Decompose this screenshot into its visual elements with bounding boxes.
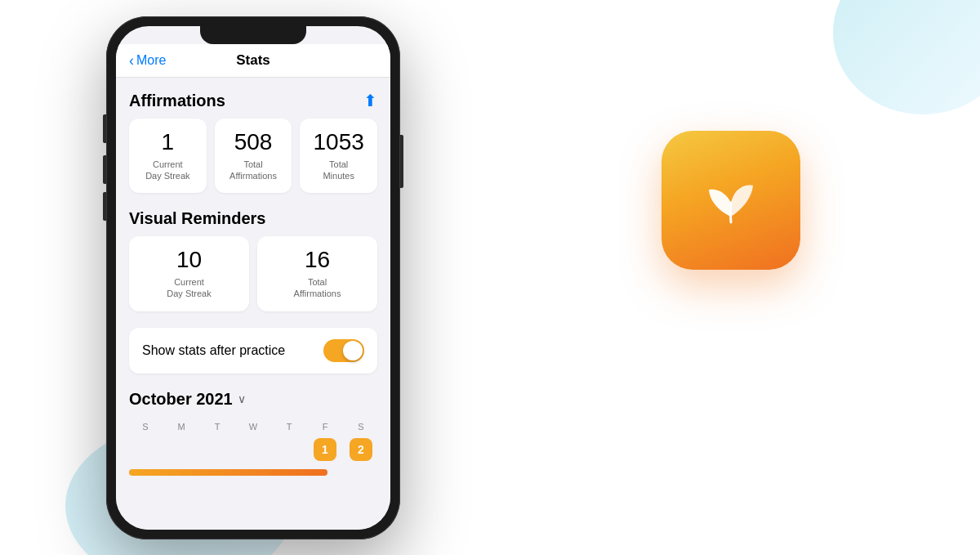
day-header-t2: T	[273, 418, 305, 435]
day-cell-empty-5	[278, 438, 301, 461]
minutes-number: 1053	[308, 130, 369, 155]
stat-card-minutes: 1053 TotalMinutes	[300, 119, 377, 193]
scroll-area[interactable]: Affirmations ⬆ 1 CurrentDay Streak 508 T…	[116, 78, 390, 522]
vr-streak-label: CurrentDay Streak	[137, 276, 241, 300]
share-icon[interactable]: ⬆	[363, 91, 377, 110]
calendar-header[interactable]: October 2021 ∨	[129, 390, 377, 409]
day-cell-1[interactable]: 1	[314, 438, 336, 461]
stat-card-total-affirmations: 508 TotalAffirmations	[215, 119, 292, 193]
app-icon	[662, 131, 800, 270]
vr-total-label: TotalAffirmations	[265, 276, 369, 300]
back-chevron-icon: ‹	[129, 53, 134, 68]
day-header-s2: S	[345, 418, 377, 435]
day-cell-2[interactable]: 2	[350, 438, 372, 461]
toggle-row[interactable]: Show stats after practice	[129, 328, 377, 374]
total-affirmations-number: 508	[223, 130, 284, 155]
calendar-grid: S M T W T F S 1 2	[129, 418, 377, 461]
calendar-chevron-icon[interactable]: ∨	[238, 392, 246, 405]
visual-reminders-section-header: Visual Reminders	[129, 209, 377, 228]
day-cell-empty-4	[242, 438, 265, 461]
day-cell-empty-1	[134, 438, 157, 461]
toggle-switch[interactable]	[323, 339, 364, 362]
streak-label: CurrentDay Streak	[137, 159, 198, 182]
calendar-month-label: October 2021	[129, 390, 233, 409]
day-cell-empty-2	[170, 438, 193, 461]
visual-reminders-stats-grid: 10 CurrentDay Streak 16 TotalAffirmation…	[129, 236, 377, 311]
toggle-label: Show stats after practice	[142, 343, 285, 358]
phone-notch	[200, 26, 306, 44]
affirmations-stats-grid: 1 CurrentDay Streak 508 TotalAffirmation…	[129, 119, 377, 193]
day-header-s1: S	[129, 418, 162, 435]
day-header-f: F	[309, 418, 341, 435]
streak-number: 1	[137, 130, 198, 155]
stat-card-streak: 1 CurrentDay Streak	[129, 119, 207, 193]
phone-outer: ‹ More Stats Affirmations ⬆ 1	[106, 16, 400, 539]
nav-bar: ‹ More Stats	[116, 44, 390, 78]
day-header-t1: T	[201, 418, 234, 435]
vr-total-card: 16 TotalAffirmations	[257, 236, 377, 311]
calendar-progress-bar	[129, 469, 327, 476]
nav-title: Stats	[236, 52, 270, 69]
nav-back-button[interactable]: ‹ More	[129, 53, 166, 68]
total-affirmations-label: TotalAffirmations	[223, 159, 284, 182]
vr-total-number: 16	[265, 248, 369, 273]
day-cell-empty-3	[206, 438, 229, 461]
day-header-w: W	[237, 418, 270, 435]
phone-screen: ‹ More Stats Affirmations ⬆ 1	[116, 26, 390, 530]
day-header-m: M	[165, 418, 198, 435]
phone-mockup: ‹ More Stats Affirmations ⬆ 1	[106, 16, 400, 539]
screen-content: ‹ More Stats Affirmations ⬆ 1	[116, 44, 390, 530]
back-label: More	[136, 53, 166, 68]
minutes-label: TotalMinutes	[308, 159, 369, 182]
visual-reminders-title: Visual Reminders	[129, 209, 265, 228]
app-icon-container	[662, 131, 800, 270]
toggle-knob	[343, 341, 363, 360]
vr-streak-card: 10 CurrentDay Streak	[129, 236, 249, 311]
affirmations-title: Affirmations	[129, 92, 225, 110]
bg-decoration-top-right	[833, 0, 980, 114]
vr-streak-number: 10	[137, 248, 241, 273]
affirmations-section-header: Affirmations ⬆	[129, 91, 377, 110]
